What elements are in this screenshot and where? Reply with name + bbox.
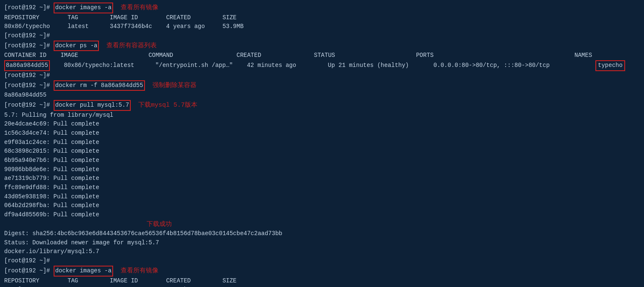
command-line: [root@192 ~]# docker ps -a查看所有容器列表: [4, 41, 640, 51]
terminal-line: CONTAINER ID IMAGE COMMAND CREATED STATU…: [4, 51, 640, 60]
terminal-line: [root@192 ~]#: [4, 31, 640, 41]
terminal-line: 1c56c3d4ce74: Pull complete: [4, 129, 640, 138]
command-box: docker ps -a: [54, 41, 99, 51]
ps-row: 8a86a984dd55 80x86/typecho:latest "/entr…: [4, 60, 640, 71]
terminal-line: e9f03a1c24ce: Pull complete: [4, 138, 640, 147]
command-line: [root@192 ~]# docker images -a查看所有镜像: [4, 3, 640, 13]
terminal-line: mysql 5.7 5107333e08a8 6 weeks ago 501MB: [4, 285, 640, 287]
ps-row-rest: 80x86/typecho:latest "/entrypoint.sh /ap…: [50, 61, 595, 70]
terminal-line: ae71319cb779: Pull complete: [4, 174, 640, 183]
prompt: [root@192 ~]#: [4, 101, 54, 110]
terminal-line: [root@192 ~]#: [4, 256, 640, 266]
annotation: 下载mysql 5.7版本: [138, 100, 197, 110]
terminal-line: 064b2d298fba: Pull complete: [4, 201, 640, 210]
terminal-line: 90986bb8de6e: Pull complete: [4, 165, 640, 174]
prompt: [root@192 ~]#: [4, 3, 54, 13]
command-line: [root@192 ~]# docker images -a查看所有镜像: [4, 266, 640, 277]
annotation: 查看所有镜像: [121, 266, 158, 276]
terminal-line: 5.7: Pulling from library/mysql: [4, 111, 640, 120]
annotation-line: 下载成功: [4, 220, 640, 229]
prompt: [root@192 ~]#: [4, 266, 54, 276]
command-line: [root@192 ~]# docker rm -f 8a86a984dd55强…: [4, 80, 640, 91]
container-id-box: 8a86a984dd55: [4, 60, 50, 71]
terminal-line: REPOSITORY TAG IMAGE ID CREATED SIZE: [4, 13, 640, 23]
terminal-line: Status: Downloaded newer image for mysql…: [4, 238, 640, 248]
prompt: [root@192 ~]#: [4, 81, 54, 90]
terminal-line: docker.io/library/mysql:5.7: [4, 247, 640, 256]
annotation: 查看所有镜像: [121, 3, 158, 13]
command-box: docker pull mysql:5.7: [54, 100, 131, 111]
terminal-line: ffc89e9dfd88: Pull complete: [4, 183, 640, 192]
terminal-line: Digest: sha256:4bc6bc963e6d8443453676cae…: [4, 229, 640, 238]
terminal-line: df9a4d85569b: Pull complete: [4, 210, 640, 220]
terminal-line: 43d05e938198: Pull complete: [4, 192, 640, 202]
terminal-line: 68c3898c2015: Pull complete: [4, 147, 640, 156]
command-box: docker rm -f 8a86a984dd55: [54, 80, 145, 91]
terminal-line: [root@192 ~]#: [4, 71, 640, 80]
annotation: 查看所有容器列表: [106, 41, 157, 51]
prompt: [root@192 ~]#: [4, 41, 54, 51]
terminal-line: 8a86a984dd55: [4, 91, 640, 100]
command-box: docker images -a: [54, 266, 113, 277]
command-box: docker images -a: [54, 3, 113, 13]
terminal-line: 80x86/typecho latest 3437f7346b4c 4 year…: [4, 22, 640, 31]
terminal-line: REPOSITORY TAG IMAGE ID CREATED SIZE: [4, 277, 640, 286]
annotation: 强制删除某容器: [153, 81, 197, 90]
terminal-line: 6b95a940e7b6: Pull complete: [4, 156, 640, 165]
annotation: 下载成功: [147, 220, 172, 229]
container-names-box: typecho: [595, 60, 625, 71]
terminal-window: [root@192 ~]# docker images -a查看所有镜像REPO…: [4, 3, 640, 287]
command-line: [root@192 ~]# docker pull mysql:5.7下载mys…: [4, 100, 640, 111]
terminal-line: 20e4dcae4c69: Pull complete: [4, 120, 640, 129]
